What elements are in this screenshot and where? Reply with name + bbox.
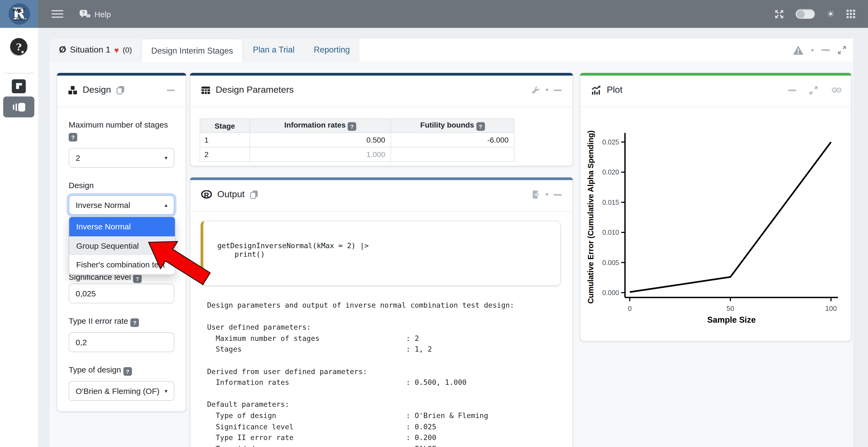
topbar-actions: ☀ <box>775 9 856 19</box>
app-window: R PACT Cloud ? Help ☀ <box>0 0 868 447</box>
help-label: Help <box>94 9 111 19</box>
stage-cell: 2 <box>200 147 250 162</box>
panel-title: Design Parameters <box>216 85 294 95</box>
design-select-label: Design <box>69 181 94 190</box>
menu-option-fishers-combination[interactable]: Fisher's combination test <box>69 255 175 274</box>
type-of-design-select[interactable]: O'Brien & Fleming (OF) ▾ <box>69 381 174 401</box>
svg-text:0.025: 0.025 <box>602 138 619 146</box>
column-futility-bounds: Futility bounds ? <box>391 119 514 133</box>
menu-option-inverse-normal[interactable]: Inverse Normal <box>69 217 175 236</box>
plot-panel: Plot ⚙⚙ 0.0000.0050.0100.0150.0200.02505… <box>580 73 851 341</box>
design-panel-header: Design <box>57 73 186 107</box>
help-badge-icon[interactable]: ? <box>133 274 142 283</box>
code-line: print() <box>217 250 549 259</box>
column-information-rates: Information rates ? <box>250 119 391 133</box>
topbar: R PACT Cloud ? Help ☀ <box>0 0 868 28</box>
alpha-spending-chart: 0.0000.0050.0100.0150.0200.025050100Samp… <box>581 107 851 341</box>
plot-settings-icon[interactable]: ⚙⚙ <box>831 86 840 94</box>
tab-reporting[interactable]: Reporting <box>304 39 360 61</box>
apps-grid-icon[interactable] <box>846 10 855 18</box>
type2-error-value: 0,2 <box>75 338 87 347</box>
svg-text:100: 100 <box>825 304 837 312</box>
caret-down-icon[interactable]: ▾ <box>546 192 548 197</box>
max-stages-label: Maximum number of stages <box>69 120 168 129</box>
type2-error-input[interactable]: 0,2 <box>69 332 174 352</box>
output-panel-header: R Output ▾ <box>190 178 572 212</box>
svg-text:R: R <box>204 191 209 199</box>
caret-up-icon: ▴ <box>165 202 167 208</box>
situation-label: Situation 1 <box>70 45 110 55</box>
r-code-block[interactable]: getDesignInverseNormal(kMax = 2) |> prin… <box>200 221 561 286</box>
type2-error-label: Type II error rate ? <box>69 316 139 327</box>
design-parameters-panel: Design Parameters ▾ Stage Information ra… <box>190 73 573 166</box>
caret-down-icon[interactable]: ▾ <box>546 88 548 93</box>
svg-text:Sample Size: Sample Size <box>707 315 756 324</box>
logo-r-glyph: R <box>12 3 26 25</box>
export-icon[interactable] <box>532 190 540 199</box>
copy-icon[interactable] <box>250 190 258 199</box>
app-logo[interactable]: R PACT Cloud <box>0 0 38 28</box>
svg-text:0.000: 0.000 <box>602 289 619 297</box>
theme-toggle[interactable] <box>796 9 815 19</box>
cubes-icon <box>68 85 77 95</box>
information-rate-cell[interactable]: 0.500 <box>250 133 391 147</box>
fullscreen-icon[interactable] <box>775 9 784 19</box>
sidebar-item-board-icon[interactable] <box>12 79 26 95</box>
menu-option-group-sequential[interactable]: Group Sequential <box>69 236 175 255</box>
help-badge-icon[interactable]: ? <box>123 367 132 376</box>
table-row: 2 1.000 <box>200 147 514 162</box>
collapse-button[interactable] <box>821 49 830 51</box>
tabstrip-actions: ▾ <box>360 39 853 62</box>
wrench-icon[interactable] <box>532 86 540 94</box>
toggle-knob <box>797 10 805 18</box>
chart-icon <box>591 85 601 95</box>
panel-title: Output <box>217 189 245 200</box>
expand-icon[interactable] <box>809 85 818 95</box>
help-badge-icon[interactable]: ? <box>69 133 77 141</box>
sidebar-item-panels-active[interactable] <box>3 97 34 117</box>
help-button[interactable]: ? Help <box>80 9 111 19</box>
max-stages-select[interactable]: 2 ▾ <box>69 148 174 168</box>
sidebar-toggle-icon[interactable] <box>52 10 63 18</box>
user-avatar[interactable]: ? <box>10 38 27 55</box>
copy-icon[interactable] <box>116 86 124 94</box>
help-badge-icon[interactable]: ? <box>348 122 356 131</box>
tab-label: Plan a Trial <box>253 45 294 55</box>
tab-design-interim-stages[interactable]: Design Interim Stages <box>141 39 243 63</box>
collapse-panel-button[interactable] <box>788 89 796 91</box>
design-select-value: Inverse Normal <box>75 201 130 210</box>
information-rate-cell[interactable]: 1.000 <box>250 147 391 162</box>
warning-icon[interactable] <box>793 45 804 55</box>
significance-input[interactable]: 0,025 <box>69 283 174 303</box>
svg-text:0.020: 0.020 <box>602 168 619 176</box>
help-badge-icon[interactable]: ? <box>476 122 485 131</box>
stage-cell: 1 <box>200 133 250 147</box>
light-mode-icon[interactable]: ☀ <box>827 9 835 19</box>
help-badge-icon[interactable]: ? <box>130 318 139 327</box>
svg-text:50: 50 <box>726 304 735 312</box>
help-chat-icon: ? <box>80 9 91 19</box>
futility-bound-cell[interactable] <box>391 147 514 162</box>
tab-plan-a-trial[interactable]: Plan a Trial <box>243 39 304 61</box>
design-parameters-table: Stage Information rates ? Futility bound… <box>199 118 515 162</box>
svg-text:0.005: 0.005 <box>602 259 619 266</box>
favorite-heart-icon[interactable]: ♥ <box>114 45 119 55</box>
collapse-panel-button[interactable] <box>167 89 175 91</box>
design-dropdown-menu: Inverse Normal Group Sequential Fisher's… <box>69 216 176 275</box>
table-row: 1 0.500 -6.000 <box>200 133 514 147</box>
collapse-panel-button[interactable] <box>554 194 562 195</box>
column-stage: Stage <box>200 119 250 133</box>
svg-text:Cumulative Error (Cumulative A: Cumulative Error (Cumulative Alpha Spend… <box>586 131 595 304</box>
situation-header[interactable]: Ø Situation 1 ♥ (0) <box>50 39 141 61</box>
left-sidebar: ? <box>0 28 38 447</box>
logo-text-bottom: Cloud <box>8 16 30 22</box>
collapse-panel-button[interactable] <box>554 89 562 91</box>
futility-bound-cell[interactable]: -6.000 <box>391 133 514 147</box>
plot-panel-header: Plot ⚙⚙ <box>581 73 851 107</box>
svg-text:0.010: 0.010 <box>602 229 619 236</box>
panel-title: Design <box>83 85 111 95</box>
caret-down-icon[interactable]: ▾ <box>811 47 814 53</box>
expand-icon[interactable] <box>837 45 846 55</box>
design-select[interactable]: Inverse Normal ▴ <box>69 195 174 215</box>
avatar-question-glyph: ? <box>16 41 22 52</box>
